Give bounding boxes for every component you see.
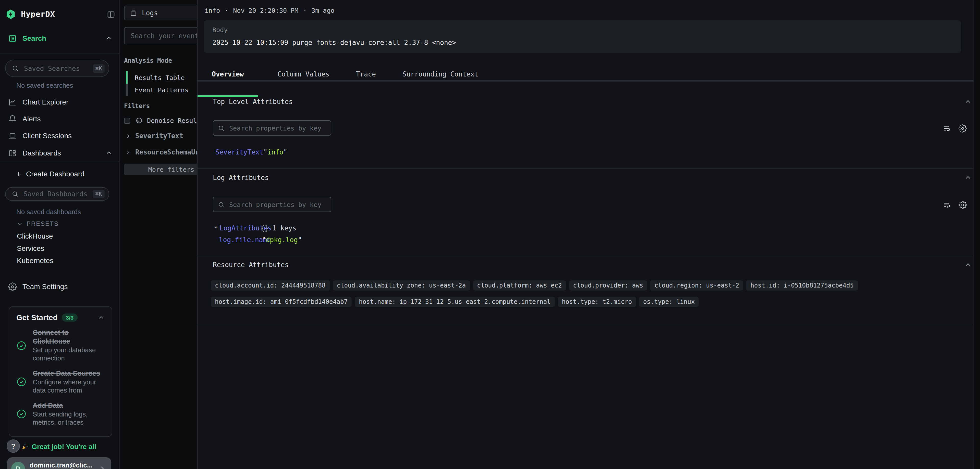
preset-clickhouse[interactable]: ClickHouse — [17, 232, 53, 240]
denoise-icon — [135, 117, 143, 124]
resource-pill[interactable]: host.id: i-0510b81275acbe4d5 — [746, 280, 858, 291]
top-level-search-box[interactable] — [213, 120, 331, 136]
collapse-section-icon[interactable] — [964, 98, 972, 106]
chevron-up-icon[interactable] — [105, 149, 112, 157]
create-dashboard-button[interactable]: Create Dashboard — [0, 166, 119, 182]
collapse-section-icon[interactable] — [964, 174, 972, 182]
mode-results-table[interactable]: Results Table — [126, 71, 185, 84]
resource-pill[interactable]: cloud.platform: aws_ec2 — [473, 280, 566, 291]
resource-pill[interactable]: host.name: ip-172-31-12-5.us-east-2.comp… — [355, 297, 555, 307]
attribute-key[interactable]: LogAttributes — [220, 224, 261, 232]
get-started-item-desc: Configure where your data comes from — [33, 378, 104, 395]
event-detail-panel: info · Nov 20 2:20:30 PM · 3m ago Body 2… — [197, 0, 980, 469]
denoise-results-toggle[interactable]: Denoise Results — [124, 117, 197, 124]
top-level-search-input[interactable] — [228, 124, 326, 132]
event-search-box[interactable] — [124, 27, 197, 44]
saved-searches-input[interactable] — [23, 64, 93, 73]
resource-pill[interactable]: os.type: linux — [639, 297, 699, 307]
get-started-item-desc: Start sending logs, metrics, or traces — [33, 410, 104, 427]
presets-toggle[interactable]: PRESETS — [17, 220, 59, 227]
get-started-item-text: Add Data Start sending logs, metrics, or… — [33, 401, 104, 427]
scrollbar-track[interactable] — [974, 0, 980, 469]
resource-pill[interactable]: host.type: t2.micro — [558, 297, 636, 307]
resource-attributes-title: Resource Attributes — [213, 261, 289, 269]
sidebar-item-team-settings[interactable]: Team Settings — [0, 279, 119, 294]
section-divider — [197, 256, 980, 257]
sidebar-item-search[interactable]: Search — [0, 30, 119, 46]
wrap-lines-icon[interactable] — [943, 201, 951, 209]
tree-meta: {}1 keys — [261, 224, 296, 232]
check-circle-icon — [16, 340, 27, 350]
chevron-up-icon[interactable] — [97, 314, 105, 321]
get-started-item-title: Create Data Sources — [33, 369, 104, 378]
sidebar-item-label: Client Sessions — [22, 132, 72, 140]
resource-pill[interactable]: cloud.availability_zone: us-east-2a — [333, 280, 470, 291]
tab-surrounding-context[interactable]: Surrounding Context — [395, 66, 485, 82]
filters-label: Filters — [124, 103, 150, 109]
tab-trace[interactable]: Trace — [349, 66, 383, 82]
attribute-value[interactable]: "dpkg.log" — [262, 236, 302, 244]
resource-pill[interactable]: cloud.provider: aws — [569, 280, 648, 291]
mode-active-bar — [126, 71, 127, 84]
attribute-key[interactable]: SeverityText — [215, 148, 263, 156]
more-filters-button[interactable]: More filters — [124, 164, 197, 175]
get-started-item-add-data[interactable]: Add Data Start sending logs, metrics, or… — [16, 401, 105, 427]
filter-group-severitytext[interactable]: SeverityText — [125, 132, 183, 140]
log-attributes-search-input[interactable] — [228, 200, 326, 209]
sidebar-item-chart-explorer[interactable]: Chart Explorer — [0, 94, 119, 109]
attribute-value[interactable]: "info" — [263, 148, 287, 156]
wrap-lines-icon[interactable] — [943, 124, 951, 133]
get-started-item-connect[interactable]: Connect to ClickHouse Set up your databa… — [16, 328, 105, 363]
sidebar-item-dashboards[interactable]: Dashboards — [0, 145, 119, 161]
gear-icon[interactable] — [959, 201, 967, 209]
denoise-checkbox[interactable] — [124, 117, 130, 124]
user-name: dominic.tran@clic... — [30, 461, 99, 469]
tabs-underline — [197, 80, 980, 82]
tab-column-values[interactable]: Column Values — [270, 66, 337, 82]
sidebar-item-client-sessions[interactable]: Client Sessions — [0, 128, 119, 143]
get-started-item-sources[interactable]: Create Data Sources Configure where your… — [16, 369, 105, 395]
filter-group-label: ResourceSchemaUrl — [135, 148, 197, 156]
get-started-title: Get Started — [16, 313, 58, 322]
check-circle-icon — [16, 377, 27, 387]
get-started-item-text: Create Data Sources Configure where your… — [33, 369, 104, 395]
congrats-text: Great job! You're all — [32, 443, 96, 451]
body-content: 2025-10-22 10:15:09 purge fonts-dejavu-c… — [212, 39, 953, 46]
get-started-card: Get Started 3/3 Connect to ClickHouse Se… — [9, 306, 112, 437]
no-saved-searches-note: No saved searches — [16, 82, 73, 89]
resource-pill[interactable]: host.image.id: ami-0f5fcdfbd140e4ab7 — [211, 297, 352, 307]
event-relative-time: 3m ago — [311, 6, 334, 14]
resource-pill[interactable]: cloud.account.id: 244449518788 — [211, 280, 330, 291]
event-search-input[interactable] — [130, 31, 197, 40]
attribute-key[interactable]: log.file.name — [219, 236, 262, 244]
saved-dashboards-input[interactable] — [22, 190, 93, 198]
gear-icon — [8, 282, 17, 291]
sidebar-item-alerts[interactable]: Alerts — [0, 111, 119, 127]
resource-pill[interactable]: cloud.region: us-east-2 — [650, 280, 743, 291]
tab-overview[interactable]: Overview — [197, 66, 258, 82]
body-label: Body — [212, 26, 953, 34]
saved-dashboards-search[interactable]: ⌘K — [5, 187, 109, 201]
log-attributes-search-box[interactable] — [213, 197, 331, 212]
caret-down-icon[interactable]: ▾ — [215, 224, 218, 232]
search-icon — [12, 65, 19, 72]
mode-event-patterns[interactable]: Event Patterns — [126, 84, 189, 96]
mode-inactive-bar — [126, 84, 127, 96]
chevron-up-icon[interactable] — [105, 35, 112, 42]
get-started-header[interactable]: Get Started 3/3 — [16, 313, 105, 322]
preset-kubernetes[interactable]: Kubernetes — [17, 257, 53, 265]
saved-searches-search[interactable]: ⌘K — [5, 60, 109, 77]
get-started-item-text: Connect to ClickHouse Set up your databa… — [33, 328, 104, 363]
create-dashboard-label: Create Dashboard — [26, 170, 84, 178]
gear-icon[interactable] — [959, 124, 967, 133]
source-selector-button[interactable]: Logs — [124, 6, 197, 21]
preset-services[interactable]: Services — [17, 244, 44, 252]
sidebar-collapse-icon[interactable] — [107, 10, 115, 19]
collapse-section-icon[interactable] — [964, 261, 972, 269]
get-started-progress-badge: 3/3 — [62, 313, 78, 322]
avatar: D — [11, 462, 25, 469]
help-button[interactable]: ? — [6, 439, 20, 453]
get-started-item-title: Connect to ClickHouse — [33, 328, 104, 345]
filter-group-resourceschemaurl[interactable]: ResourceSchemaUrl — [125, 148, 197, 156]
user-account-chip[interactable]: D dominic.tran@clic... dominic.tran@clic… — [7, 457, 111, 469]
